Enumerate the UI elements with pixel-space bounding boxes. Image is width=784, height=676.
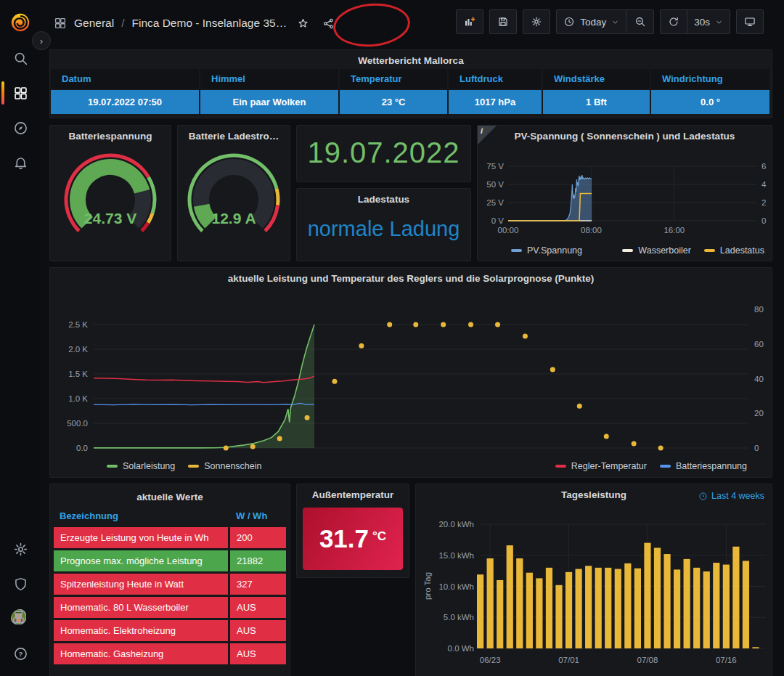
shield-icon	[13, 577, 28, 592]
tv-mode-button[interactable]	[736, 9, 764, 34]
legend-item[interactable]: Ladestatus	[704, 245, 764, 256]
panel-title[interactable]: Ladestatus	[297, 189, 470, 208]
legend-swatch	[511, 249, 522, 252]
star-dashboard-button[interactable]	[294, 16, 312, 31]
breadcrumb-section[interactable]: General	[74, 17, 114, 30]
svg-text:1.0 K: 1.0 K	[68, 394, 88, 403]
panel-charge-status: Ladestatus normale Ladung	[296, 188, 471, 261]
bell-icon	[13, 155, 28, 171]
daily-output-chart: 0.0 Wh5.0 kWh10.0 kWh15.0 kWh20.0 kWh06/…	[416, 484, 772, 676]
column-header[interactable]: Temperatur	[340, 69, 447, 89]
column-header[interactable]: Windrichtung	[651, 69, 769, 89]
chevron-right-icon: ›	[40, 36, 43, 46]
column-header[interactable]: Datum	[51, 69, 199, 89]
svg-text:80: 80	[754, 305, 764, 314]
outside-temp-value: 31.7	[319, 524, 369, 553]
legend-item[interactable]: PV.Spannung	[511, 245, 582, 256]
main-chart-legend: Solarleistung Sonnenschein Regler-Temper…	[107, 461, 747, 471]
legend-label: Solarleistung	[123, 461, 175, 471]
svg-text:07/16: 07/16	[716, 656, 737, 664]
svg-text:16:00: 16:00	[663, 226, 685, 235]
svg-text:10.0 kWh: 10.0 kWh	[438, 582, 474, 591]
sidebar-item-profile[interactable]	[0, 604, 41, 633]
panel-title[interactable]: Batterie Ladestro…	[178, 126, 290, 144]
column-header[interactable]: Windstärke	[543, 69, 650, 89]
share-dashboard-button[interactable]	[319, 16, 338, 31]
grafana-logo[interactable]	[9, 12, 31, 33]
outside-temp-unit: °C	[372, 529, 386, 544]
svg-text:07/01: 07/01	[558, 656, 579, 664]
pv-chart: 0 V25 V50 V75 V024600:0008:0016:00	[478, 126, 772, 261]
table-cell: Homematic. 80 L Wasserboiler	[54, 597, 228, 618]
table-cell: Homematic. Elektroheizung	[54, 620, 228, 641]
legend-label: Sonnenschein	[204, 461, 261, 471]
sidebar-item-server-admin[interactable]	[0, 569, 41, 598]
svg-text:2: 2	[761, 198, 766, 207]
sidebar-expand-button[interactable]: ›	[32, 31, 51, 50]
legend-item[interactable]: Solarleistung	[107, 461, 175, 471]
sidebar-item-help[interactable]: ?	[0, 639, 41, 668]
svg-text:500.0: 500.0	[67, 419, 88, 428]
panel-title[interactable]: Batteriespannung	[50, 126, 171, 144]
svg-text:pro Tag: pro Tag	[423, 572, 432, 600]
table-cell: 1017 hPa	[449, 90, 542, 114]
refresh-icon	[668, 16, 679, 28]
refresh-group: 30s	[660, 9, 730, 34]
breadcrumb-dashboard-title[interactable]: Finca Demo - Inselanlage 35…	[131, 17, 287, 30]
legend-item[interactable]: Batteriespannung	[660, 461, 747, 471]
add-panel-icon	[464, 16, 475, 28]
gear-icon	[531, 16, 542, 28]
legend-swatch	[555, 465, 566, 468]
panel-title[interactable]: Wetterbericht Mallorca	[50, 50, 772, 69]
sidebar-item-configuration[interactable]	[0, 534, 41, 563]
chevron-down-icon	[715, 18, 723, 26]
dashboard-settings-button[interactable]	[523, 9, 550, 34]
svg-text:08:00: 08:00	[581, 226, 602, 235]
table-row: Homematic. ElektroheizungAUS	[54, 620, 286, 641]
table-cell: 200	[230, 527, 286, 548]
annotation-ellipse	[332, 0, 412, 49]
panel-charge-current-gauge: Batterie Ladestro… 12.9 A	[177, 125, 290, 261]
panel-title[interactable]: Außentemperatur	[297, 484, 409, 503]
time-range-picker[interactable]: Today	[556, 9, 626, 34]
zoom-out-time-button[interactable]	[626, 9, 654, 34]
refresh-interval-picker[interactable]: 30s	[687, 9, 730, 34]
svg-text:6: 6	[761, 162, 766, 171]
table-cell: Prognose max. mögliche Leistung	[54, 550, 228, 571]
column-header[interactable]: Luftdruck	[449, 69, 542, 89]
panel-title[interactable]: aktuelle Werte	[50, 484, 290, 505]
weather-table-header: Datum Himmel Temperatur Luftdruck Windst…	[50, 69, 772, 89]
svg-text:00:00: 00:00	[498, 226, 519, 235]
panel-battery-voltage-gauge: Batteriespannung 24.73 V	[49, 125, 171, 261]
dashboards-icon	[13, 86, 28, 101]
column-header[interactable]: Himmel	[200, 69, 338, 89]
sidebar-item-explore[interactable]	[0, 113, 41, 142]
dashboard-toolbar: Today 30s	[456, 9, 764, 34]
main-chart: 0.0500.01.0 K1.5 K2.0 K2.5 K020406080	[50, 268, 772, 477]
legend-item[interactable]: Wasserboiler	[622, 245, 690, 256]
panel-date: 19.07.2022	[296, 125, 471, 182]
sidebar-item-dashboards[interactable]	[0, 78, 41, 107]
star-icon	[297, 17, 309, 30]
svg-text:20: 20	[754, 409, 764, 418]
help-icon: ?	[13, 646, 28, 661]
sidebar-item-search[interactable]	[0, 44, 41, 73]
add-panel-button[interactable]	[456, 9, 483, 34]
charge-current-gauge: 12.9 A	[178, 146, 290, 255]
legend-label: Ladestatus	[720, 245, 764, 256]
save-dashboard-button[interactable]	[489, 9, 517, 34]
gauge-value: 12.9 A	[178, 210, 290, 227]
legend-swatch	[107, 465, 118, 468]
legend-item[interactable]: Sonnenschein	[188, 461, 261, 471]
table-row: Erzeugte Leistung von Heute in Wh200	[54, 527, 286, 548]
column-header[interactable]: W / Wh	[230, 507, 286, 525]
column-header[interactable]: Bezeichnung	[54, 507, 228, 525]
sidebar-item-alerting[interactable]	[0, 148, 41, 177]
legend-item[interactable]: Regler-Temperatur	[555, 461, 647, 471]
refresh-button[interactable]	[660, 9, 687, 34]
svg-text:2.5 K: 2.5 K	[68, 320, 88, 329]
chevron-down-icon	[611, 18, 619, 26]
table-cell: Ein paar Wolken	[200, 90, 338, 114]
share-icon	[322, 17, 335, 30]
table-cell: Spitzenleistung Heute in Watt	[54, 574, 228, 595]
